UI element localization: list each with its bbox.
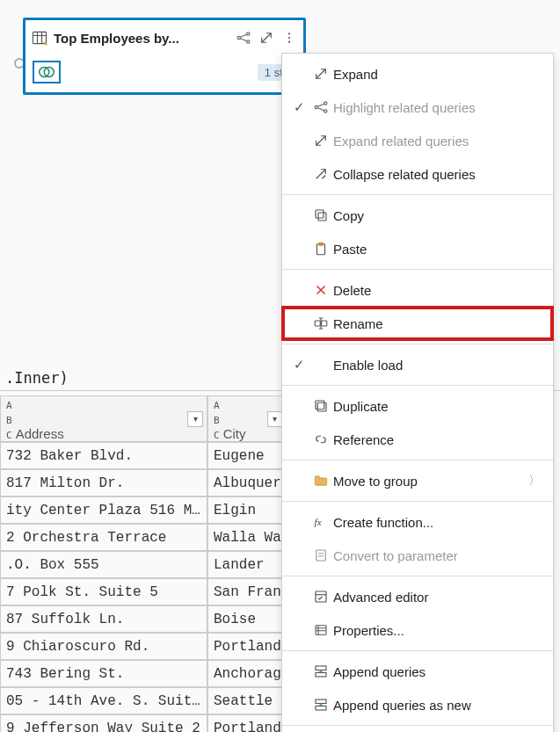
svg-rect-0 [33,32,47,43]
menu-label: Delete [333,283,541,298]
folder-icon [309,473,333,489]
table-row[interactable]: 9 Jefferson Way Suite 2Portland [0,714,309,732]
svg-rect-22 [316,591,326,602]
menu-item-properties[interactable]: Properties... [282,613,553,647]
menu-label: Append queries as new [333,698,541,713]
menu-item-append-queries-as-new[interactable]: Append queries as new [282,688,553,721]
query-node[interactable]: Top Employees by... 1 ste [23,18,306,95]
svg-rect-15 [319,243,324,245]
cell-address: 743 Bering St. [0,660,207,687]
svg-text:fx: fx [315,517,322,527]
table-row[interactable]: 732 Baker Blvd.Eugene [0,442,309,469]
table-row[interactable]: ity Center Plaza 516 M…Elgin [0,496,309,524]
menu-item-convert-to-parameter: Convert to parameter [282,539,553,572]
filter-dropdown-icon[interactable]: ▾ [187,411,203,427]
menu-separator [282,460,553,460]
menu-label: Reference [333,432,541,447]
menu-item-paste[interactable]: Paste [282,232,553,265]
menu-item-create-function[interactable]: fxCreate function... [282,505,553,539]
svg-point-4 [288,33,290,34]
cell-address: 9 Chiaroscuro Rd. [0,633,207,660]
menu-item-delete[interactable]: Delete [282,273,553,307]
cell-address: 87 Suffolk Ln. [0,605,207,633]
query-node-header: Top Employees by... [25,20,303,55]
menu-separator [282,269,553,270]
append-icon [309,663,333,679]
menu-label: Move to group [333,474,528,489]
svg-rect-17 [322,321,327,326]
column-label: City [223,426,246,441]
column-header[interactable]: ABCCity▾ [207,395,287,442]
svg-point-6 [288,41,290,43]
table-row[interactable]: 05 - 14th Ave. S. Suit…Seattle [0,687,309,714]
advanced-icon [309,589,333,605]
menu-label: Paste [333,242,541,257]
menu-separator [282,650,553,651]
cell-address: ity Center Plaza 516 M… [0,496,207,524]
submenu-chevron-icon: 〉 [528,473,541,489]
menu-label: Convert to parameter [333,548,541,563]
cell-city: Walla Wa [207,524,287,551]
cell-city: Boise [207,605,287,633]
cell-city: Elgin [207,496,287,524]
more-icon[interactable] [280,29,298,47]
table-row[interactable]: 87 Suffolk Ln.Boise [0,605,309,633]
menu-separator [282,725,553,726]
menu-item-enable-load[interactable]: ✓Enable load [282,348,553,381]
svg-point-3 [247,40,250,43]
table-row[interactable]: 9 Chiaroscuro Rd.Portland [0,633,309,660]
cell-city: San Fran [207,578,287,605]
append-new-icon [309,697,333,713]
menu-label: Properties... [333,623,541,638]
menu-item-move-to-group[interactable]: Move to group〉 [282,464,553,497]
menu-item-collapse-related-queries[interactable]: Collapse related queries [282,157,553,191]
relate-icon[interactable] [235,29,252,47]
merge-step-chip[interactable] [33,61,61,83]
svg-rect-24 [316,666,326,670]
menu-label: Expand [333,67,541,82]
cell-city: Albuquer [207,469,287,496]
table-row[interactable]: 2 Orchestra TerraceWalla Wa [0,524,309,551]
menu-item-expand[interactable]: Expand [282,57,553,91]
menu-item-copy[interactable]: Copy [282,199,553,232]
duplicate-icon [309,398,333,414]
table-row[interactable]: 817 Milton Dr.Albuquer [0,469,309,496]
menu-item-rename[interactable]: Rename [282,307,553,340]
menu-item-advanced-editor[interactable]: Advanced editor [282,580,553,613]
menu-item-duplicate[interactable]: Duplicate [282,389,553,423]
svg-rect-16 [315,321,320,326]
menu-item-expand-related-queries: Expand related queries [282,124,553,157]
menu-label: Expand related queries [333,134,541,149]
check-icon: ✓ [289,357,309,373]
svg-point-9 [315,105,317,108]
type-icon: ABC [214,400,220,441]
menu-separator [282,194,553,195]
menu-label: Highlight related queries [333,100,541,115]
copy-icon [309,207,333,223]
query-context-menu: Expand✓Highlight related queriesExpand r… [281,53,554,732]
cell-city: Lander [207,551,287,578]
cell-address: 05 - 14th Ave. S. Suit… [0,687,207,714]
cell-city: Portland [207,633,287,660]
menu-item-highlight-related-queries: ✓Highlight related queries [282,91,553,124]
svg-point-1 [237,36,240,39]
menu-item-reference[interactable]: Reference [282,423,553,456]
table-row[interactable]: .O. Box 555Lander [0,551,309,578]
svg-rect-18 [317,402,326,411]
column-header[interactable]: ABCAddress▾ [0,395,207,442]
svg-point-11 [324,110,327,112]
menu-label: Collapse related queries [333,167,541,182]
menu-separator [282,576,553,576]
expand-icon [309,66,333,82]
cell-address: .O. Box 555 [0,551,207,578]
svg-rect-19 [316,401,324,409]
table-row[interactable]: 7 Polk St. Suite 5San Fran [0,578,309,605]
expand-icon[interactable] [258,29,275,47]
cell-address: 817 Milton Dr. [0,469,207,496]
table-row[interactable]: 743 Bering St.Anchorag [0,660,309,687]
menu-item-append-queries[interactable]: Append queries [282,655,553,688]
menu-label: Enable load [333,358,541,373]
check-icon: ✓ [289,99,309,115]
menu-separator [282,344,553,344]
cell-address: 732 Baker Blvd. [0,442,207,469]
